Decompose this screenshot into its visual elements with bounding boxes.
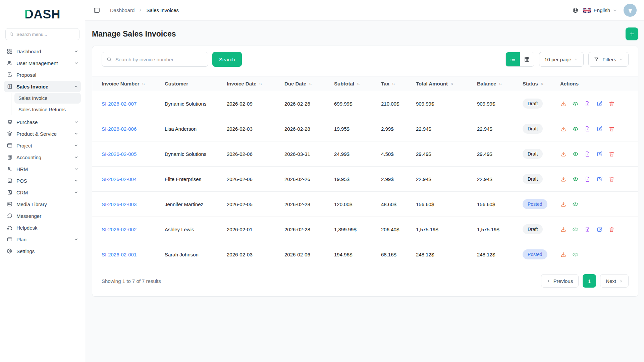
invoice-number-link[interactable]: SI-2026-02-007 [102,101,137,107]
column-header-due-date[interactable]: Due Date↑↓ [281,76,331,91]
sidebar-item-label: Media Library [16,201,47,207]
view-icon[interactable] [572,251,579,258]
sidebar-item-dashboard[interactable]: Dashboard [4,46,81,57]
column-header-subtotal[interactable]: Subtotal↑↓ [331,76,378,91]
sidebar-subitem-sales-invoice-returns[interactable]: Sales Invoice Returns [14,104,81,115]
download-icon[interactable] [560,226,567,233]
sidebar-item-plan[interactable]: Plan [4,234,81,245]
next-label: Next [606,278,616,284]
view-icon[interactable] [572,201,579,207]
sidebar-subitem-sales-invoice[interactable]: Sales Invoice [14,93,81,104]
delete-icon[interactable] [608,226,615,233]
list-view-button[interactable] [506,52,520,66]
status-cell: Posted [519,242,557,267]
grid-view-button[interactable] [520,52,534,66]
sidebar-item-hrm[interactable]: HRM [4,163,81,175]
svg-text:$: $ [9,85,11,88]
previous-button[interactable]: Previous [541,274,579,288]
invoice-number-cell: SI-2026-02-004 [92,167,161,192]
filters-button[interactable]: Filters [588,52,629,67]
invoice-number-link[interactable]: SI-2026-02-001 [102,252,137,257]
download-icon[interactable] [560,101,567,107]
language-selector[interactable]: English [583,7,617,13]
sidebar-item-proposal[interactable]: Proposal [4,69,81,80]
column-label: Customer [165,81,188,86]
download-icon[interactable] [560,126,567,132]
status-cell: Draft [519,141,557,167]
sidebar-item-messenger[interactable]: Messenger [4,210,81,222]
per-page-select[interactable]: 10 per page [539,52,584,67]
page-number-button[interactable]: 1 [583,274,596,288]
sidebar-item-label: Sales Invoice [16,84,48,89]
column-header-invoice-date[interactable]: Invoice Date↑↓ [223,76,281,91]
invoice-number-link[interactable]: SI-2026-02-002 [102,227,137,232]
user-avatar[interactable] [624,4,637,17]
edit-icon[interactable] [596,226,603,233]
calculator-icon [7,154,13,160]
view-icon[interactable] [572,126,579,132]
sidebar-item-crm[interactable]: CRM [4,187,81,198]
invoice-number-link[interactable]: SI-2026-02-005 [102,151,137,157]
edit-icon[interactable] [596,101,603,107]
view-icon[interactable] [572,226,579,233]
invoice-number-link[interactable]: SI-2026-02-006 [102,126,137,132]
column-label: Status [523,81,538,86]
delete-icon[interactable] [608,126,615,132]
sidebar-toggle-icon[interactable] [93,7,100,14]
column-header-tax[interactable]: Tax↑↓ [378,76,413,91]
sidebar-item-helpdesk[interactable]: Helpdesk [4,222,81,233]
view-icon[interactable] [572,101,579,107]
download-icon[interactable] [560,251,567,258]
document-icon[interactable] [584,101,591,107]
add-invoice-button[interactable] [626,27,638,40]
download-icon[interactable] [560,151,567,157]
edit-icon[interactable] [596,126,603,132]
column-header-invoice-number[interactable]: Invoice Number↑↓ [92,76,161,91]
document-icon[interactable] [584,151,591,157]
globe-icon[interactable] [572,7,579,13]
sidebar-item-pos[interactable]: POS [4,175,81,186]
invoice-date-cell: 2026-02-01 [223,217,281,242]
sidebar-item-settings[interactable]: Settings [4,245,81,257]
view-icon[interactable] [572,176,579,182]
invoice-date-cell: 2026-02-06 [223,141,281,167]
invoice-number-link[interactable]: SI-2026-02-003 [102,201,137,207]
download-icon[interactable] [560,176,567,182]
delete-icon[interactable] [608,151,615,157]
sidebar-item-product-service[interactable]: Product & Service [4,128,81,139]
column-header-status[interactable]: Status↑↓ [519,76,557,91]
sidebar-item-label: Messenger [16,213,41,219]
sidebar-search-input[interactable] [16,32,76,37]
sidebar-item-label: POS [16,178,27,184]
invoice-search[interactable] [102,52,208,67]
delete-icon[interactable] [608,101,615,107]
document-icon[interactable] [584,126,591,132]
actions-cell [557,192,638,217]
search-button[interactable]: Search [212,52,242,67]
sidebar-item-purchase[interactable]: Purchase [4,116,81,128]
delete-icon[interactable] [608,176,615,182]
invoice-icon: $ [7,83,13,89]
invoice-search-input[interactable] [115,57,204,62]
sidebar-item-user-management[interactable]: User Management [4,57,81,69]
document-icon[interactable] [584,176,591,182]
sidebar-item-sales-invoice[interactable]: $Sales Invoice [4,81,81,92]
sidebar-search[interactable] [5,28,79,40]
sidebar-item-media-library[interactable]: Media Library [4,198,81,210]
view-icon[interactable] [572,151,579,157]
edit-icon[interactable] [596,151,603,157]
row-actions [560,226,635,233]
sidebar-item-accounting[interactable]: Accounting [4,152,81,163]
person-icon [7,166,13,172]
breadcrumb-dashboard[interactable]: Dashboard [110,7,135,13]
invoice-date-cell: 2026-02-05 [223,192,281,217]
column-header-balance[interactable]: Balance↑↓ [474,76,519,91]
next-button[interactable]: Next [600,274,629,288]
column-header-total-amount[interactable]: Total Amount↑↓ [413,76,474,91]
sidebar-item-project[interactable]: Project [4,140,81,151]
edit-icon[interactable] [596,176,603,182]
sort-icon: ↑↓ [499,81,502,86]
document-icon[interactable] [584,226,591,233]
invoice-number-link[interactable]: SI-2026-02-004 [102,176,137,182]
download-icon[interactable] [560,201,567,207]
